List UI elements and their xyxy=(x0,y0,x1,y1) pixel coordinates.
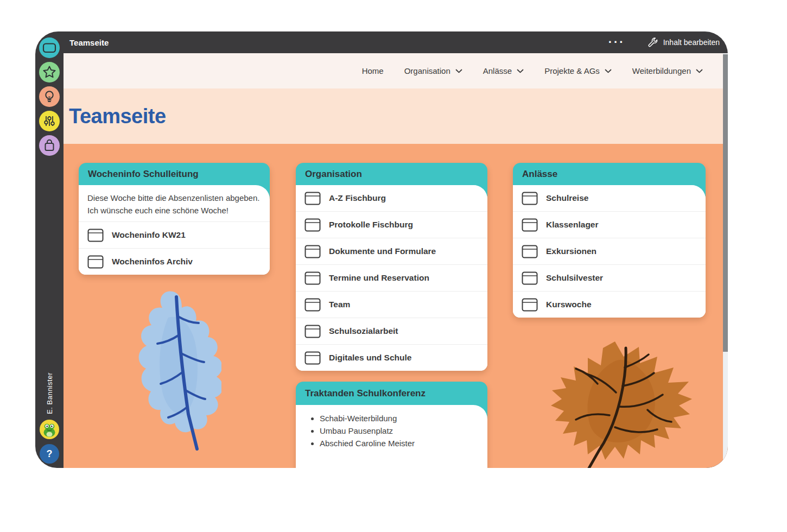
agenda-item: Schabi-Weiterbildung xyxy=(320,414,479,423)
chevron-down-icon xyxy=(455,69,462,73)
screen-icon xyxy=(39,37,60,58)
list-item-label: A-Z Fischburg xyxy=(329,193,386,203)
chevron-down-icon xyxy=(696,69,703,73)
list-item-label: Wocheninfos Archiv xyxy=(112,257,193,267)
list-item[interactable]: Dokumente und Formulare xyxy=(296,238,487,264)
list-item[interactable]: Schulsozialarbeit xyxy=(296,318,487,344)
list-item-label: Exkursionen xyxy=(546,246,596,256)
main-nav: Home Organisation Anlässe Projekte & AGs xyxy=(64,53,728,88)
agenda-list: Schabi-Weiterbildung Umbau Pausenplatz A… xyxy=(296,405,487,460)
shopping-bag-button[interactable] xyxy=(39,135,60,156)
frog-avatar-icon xyxy=(40,420,59,439)
list-item-label: Protokolle Fischburg xyxy=(329,220,413,230)
help-button[interactable]: ? xyxy=(40,444,59,464)
list-item[interactable]: Protokolle Fischburg xyxy=(296,211,487,238)
nav-label: Home xyxy=(362,66,384,75)
agenda-item: Umbau Pausenplatz xyxy=(320,426,479,435)
card-body: Schabi-Weiterbildung Umbau Pausenplatz A… xyxy=(296,405,487,468)
sliders-button[interactable] xyxy=(39,111,60,131)
nav-item-anlaesse[interactable]: Anlässe xyxy=(483,66,524,75)
edit-content-label: Inhalt bearbeiten xyxy=(663,38,720,47)
list-item[interactable]: Team xyxy=(296,291,487,318)
list-item-label: Schulsozialarbeit xyxy=(329,326,398,336)
chevron-down-icon xyxy=(517,69,524,73)
card-title: Wocheninfo Schulleitung xyxy=(79,163,270,185)
overflow-menu-button[interactable]: ··· xyxy=(608,36,625,48)
card-traktanden: Traktanden Schulkonferenz Schabi-Weiterb… xyxy=(296,382,487,468)
list-item[interactable]: Termine und Reservation xyxy=(296,264,487,291)
list-item-label: Dokumente und Formulare xyxy=(329,246,436,256)
lightbulb-button[interactable] xyxy=(39,86,60,107)
webpage-card-icon xyxy=(522,192,538,205)
webpage-card-icon xyxy=(304,271,321,285)
list-item-label: Schulreise xyxy=(546,193,588,203)
nav-item-home[interactable]: Home xyxy=(362,66,384,75)
user-name-label: E. Bannister xyxy=(46,372,54,414)
webpage-card-icon xyxy=(522,218,538,232)
list-item-label: Kurswoche xyxy=(546,300,592,309)
card-body: Diese Woche bitte die Absenzenlisten abg… xyxy=(79,185,270,275)
nav-label: Anlässe xyxy=(483,66,512,75)
card-body: Schulreise Klassenlager xyxy=(513,185,706,318)
webpage-card-icon xyxy=(304,192,321,205)
nav-label: Organisation xyxy=(404,66,450,75)
titlebar: Teamseite ··· Inhalt bearbeiten xyxy=(64,31,728,53)
list-item-label: Team xyxy=(329,300,350,309)
chevron-down-icon xyxy=(605,69,612,73)
webpage-card-icon xyxy=(304,245,321,258)
list-item[interactable]: Kurswoche xyxy=(513,291,706,318)
list-item[interactable]: A-Z Fischburg xyxy=(296,185,487,211)
webpage-card-icon xyxy=(304,298,321,312)
card-wocheninfo: Wocheninfo Schulleitung Diese Woche bitt… xyxy=(79,163,270,275)
device-frame: E. Bannister ? xyxy=(15,2,771,506)
titlebar-actions: ··· Inhalt bearbeiten xyxy=(608,36,728,48)
wrench-icon xyxy=(647,37,658,48)
list-item-label: Wocheninfo KW21 xyxy=(112,230,186,240)
window-title: Teamseite xyxy=(64,38,109,47)
nav-item-weiterbildungen[interactable]: Weiterbildungen xyxy=(632,66,703,75)
agenda-item: Abschied Caroline Meister xyxy=(320,439,479,448)
sidebar-bottom: E. Bannister ? xyxy=(40,372,59,468)
nav-item-projekte-ags[interactable]: Projekte & AGs xyxy=(544,66,612,75)
screen-button[interactable] xyxy=(39,37,60,58)
nav-label: Weiterbildungen xyxy=(632,66,691,75)
card-body: A-Z Fischburg Protokolle Fischburg xyxy=(296,185,487,371)
webpage-card-icon xyxy=(87,255,104,269)
star-icon xyxy=(39,62,60,83)
shopping-bag-icon xyxy=(39,135,60,156)
webpage-card-icon xyxy=(522,245,538,258)
lightbulb-icon xyxy=(39,86,60,107)
page-canvas: Wocheninfo Schulleitung Diese Woche bitt… xyxy=(64,144,728,468)
star-button[interactable] xyxy=(39,62,60,83)
orange-leaf-illustration xyxy=(534,334,692,468)
webpage-card-icon xyxy=(522,298,538,312)
card-anlaesse: Anlässe Schulreise xyxy=(513,163,706,318)
list-item-label: Schulsilvester xyxy=(546,273,603,283)
webpage-card-icon xyxy=(304,351,321,365)
list-item[interactable]: Wocheninfo KW21 xyxy=(79,221,270,248)
webpage-card-icon xyxy=(304,325,321,338)
nav-label: Projekte & AGs xyxy=(544,66,600,75)
scrollbar-thumb[interactable] xyxy=(723,54,728,352)
edit-content-button[interactable]: Inhalt bearbeiten xyxy=(647,37,720,48)
list-item-label: Klassenlager xyxy=(546,220,599,230)
list-item-label: Digitales und Schule xyxy=(329,353,411,363)
card-title: Organisation xyxy=(296,163,487,185)
nav-item-organisation[interactable]: Organisation xyxy=(404,66,462,75)
list-item[interactable]: Klassenlager xyxy=(513,211,706,238)
sliders-icon xyxy=(39,111,60,131)
page-title: Teamseite xyxy=(64,105,166,128)
card-organisation: Organisation A-Z Fischburg xyxy=(296,163,487,371)
card-title: Traktanden Schulkonferenz xyxy=(296,382,487,405)
sidebar: E. Bannister ? xyxy=(35,31,64,468)
list-item[interactable]: Exkursionen xyxy=(513,238,706,264)
app-window: E. Bannister ? xyxy=(35,31,728,468)
list-item[interactable]: Schulreise xyxy=(513,185,706,211)
user-avatar[interactable] xyxy=(40,420,59,439)
webpage-card-icon xyxy=(522,271,538,285)
list-item[interactable]: Digitales und Schule xyxy=(296,344,487,371)
list-item[interactable]: Wocheninfos Archiv xyxy=(79,248,270,275)
list-item[interactable]: Schulsilvester xyxy=(513,264,706,291)
page-header: Teamseite xyxy=(64,88,728,144)
webpage-card-icon xyxy=(87,229,104,242)
